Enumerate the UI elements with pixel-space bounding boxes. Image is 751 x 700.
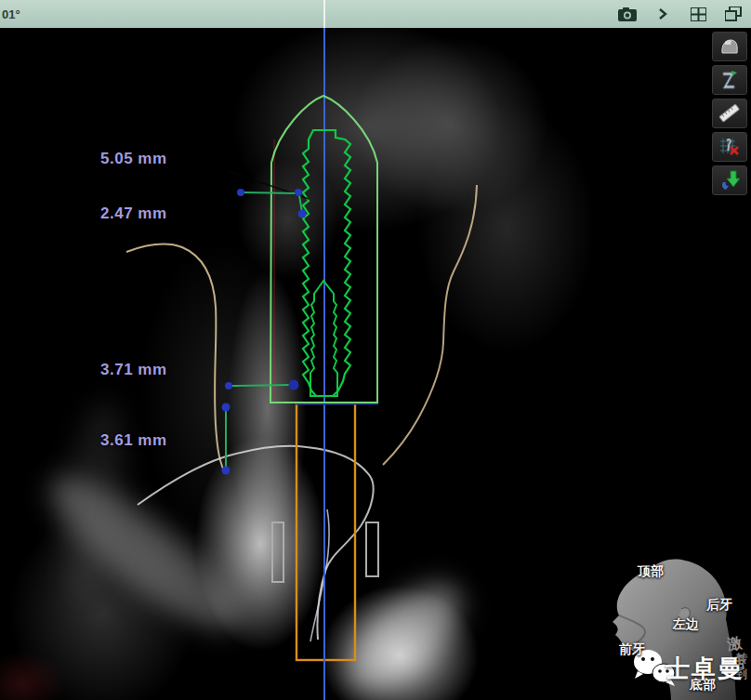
implant-outline[interactable] <box>303 130 350 396</box>
scan-body-tool-button[interactable] <box>712 65 747 95</box>
grid-layout-icon[interactable] <box>688 6 708 22</box>
measure-line-1 <box>243 192 297 193</box>
prosthesis-icon <box>718 36 741 57</box>
delete-measure-icon <box>718 136 741 158</box>
measurement-value: 2.47 mm <box>100 205 167 223</box>
measure-handle[interactable] <box>298 210 307 218</box>
measure-handle[interactable] <box>237 189 244 196</box>
scan-body-icon <box>719 69 740 91</box>
axis-crosshair-mark <box>323 0 325 28</box>
delete-measure-tool-button[interactable] <box>712 132 747 162</box>
measure-handle[interactable] <box>225 382 232 390</box>
apply-export-icon <box>718 169 741 192</box>
apply-export-tool-button[interactable] <box>712 165 747 195</box>
measure-handle[interactable] <box>222 403 231 412</box>
reference-marker-right <box>366 522 378 576</box>
orientation-label-top: 顶部 <box>638 563 664 580</box>
viewport-header: 01° <box>0 0 751 28</box>
orientation-label-back: 后牙 <box>706 597 732 614</box>
implant-planning-app: { "topbar": { "angle_label": "01°", "ico… <box>0 0 751 700</box>
orientation-label-left: 左边 <box>673 616 699 633</box>
planning-overlay <box>0 0 751 700</box>
measurement-value: 5.05 mm <box>100 150 167 168</box>
drill-sleeve-outline[interactable] <box>296 403 355 660</box>
prosthesis-tool-button[interactable] <box>712 32 747 61</box>
bone-contour <box>138 446 374 640</box>
watermark-brand: 士卓曼 <box>665 653 744 685</box>
cascade-windows-icon[interactable] <box>723 6 744 22</box>
ruler-icon <box>718 102 742 125</box>
root-contour <box>310 509 329 641</box>
chevron-right-icon[interactable] <box>652 6 673 22</box>
reference-marker-left <box>272 522 283 582</box>
camera-icon[interactable] <box>617 6 638 22</box>
measurement-value: 3.61 mm <box>100 431 167 450</box>
orientation-label-front: 前牙 <box>619 641 645 658</box>
tool-sidebar <box>712 32 747 195</box>
measure-handle[interactable] <box>295 189 302 196</box>
measure-handle[interactable] <box>222 467 231 475</box>
cross-section-angle: 01° <box>2 7 20 21</box>
ruler-tool-button[interactable] <box>712 99 747 128</box>
tissue-contour-right <box>383 185 477 465</box>
measure-line-3 <box>231 385 292 386</box>
measure-handle[interactable] <box>289 380 299 390</box>
measurement-value: 3.71 mm <box>100 361 167 379</box>
